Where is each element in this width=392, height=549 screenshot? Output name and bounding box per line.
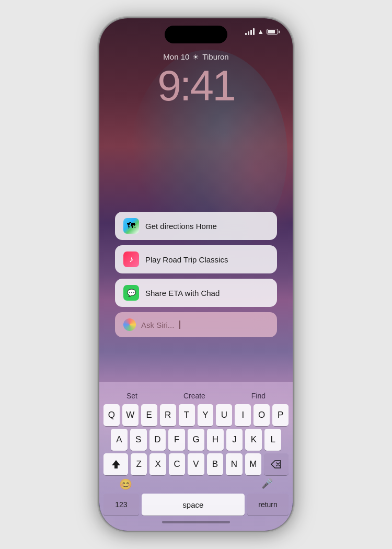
- signal-bar-2: [248, 31, 249, 35]
- key-u[interactable]: U: [216, 404, 232, 426]
- key-f[interactable]: F: [168, 429, 185, 451]
- shift-icon: [111, 459, 121, 470]
- lock-date: Mon 10: [163, 52, 189, 61]
- key-w[interactable]: W: [122, 404, 139, 426]
- key-b[interactable]: B: [207, 453, 223, 475]
- suggestion-messages-text: Share ETA with Chad: [145, 289, 220, 298]
- signal-bars: [245, 28, 255, 35]
- suggestion-music-text: Play Road Trip Classics: [145, 255, 228, 264]
- signal-bar-4: [253, 28, 255, 35]
- key-row-1: Q W E R T Y U I O P: [103, 404, 289, 426]
- weather-icon: ☀: [192, 53, 199, 61]
- keyboard-area: Set Create Find Q W E R T Y U I O P A S: [99, 382, 293, 531]
- siri-suggestions: 🗺 Get directions Home ♪ Play Road Trip C…: [115, 212, 277, 337]
- keyboard-bottom-icons: 😊 🎤: [103, 478, 289, 490]
- suggestion-directions-text: Get directions Home: [145, 222, 217, 231]
- siri-input-bar[interactable]: Ask Siri...: [115, 312, 277, 337]
- key-i[interactable]: I: [235, 404, 251, 426]
- suggestion-set[interactable]: Set: [116, 390, 148, 402]
- key-s[interactable]: S: [130, 429, 147, 451]
- key-c[interactable]: C: [169, 453, 185, 475]
- lock-location: Tiburon: [202, 52, 228, 61]
- wifi-icon: ▲: [257, 28, 264, 36]
- lock-time: 9:41: [99, 64, 293, 107]
- key-m[interactable]: M: [245, 453, 261, 475]
- key-h[interactable]: H: [207, 429, 224, 451]
- signal-bar-3: [250, 30, 252, 35]
- key-j[interactable]: J: [226, 429, 243, 451]
- key-e[interactable]: E: [141, 404, 157, 426]
- key-a[interactable]: A: [111, 429, 128, 451]
- key-x[interactable]: X: [149, 453, 166, 475]
- screen: ▲ Mon 10 ☀ Tiburon 9:41 🗺 Get directions…: [99, 18, 293, 531]
- suggestion-music[interactable]: ♪ Play Road Trip Classics: [115, 245, 277, 273]
- battery-fill: [268, 30, 275, 33]
- suggestion-messages[interactable]: 💬 Share ETA with Chad: [115, 279, 277, 307]
- key-o[interactable]: O: [253, 404, 270, 426]
- dynamic-island: [165, 26, 227, 43]
- key-k[interactable]: K: [245, 429, 262, 451]
- messages-icon: 💬: [123, 285, 139, 301]
- phone-frame: ▲ Mon 10 ☀ Tiburon 9:41 🗺 Get directions…: [99, 18, 293, 531]
- key-space[interactable]: space: [142, 494, 245, 516]
- key-123[interactable]: 123: [103, 494, 139, 516]
- key-shift[interactable]: [103, 453, 128, 475]
- suggestion-find[interactable]: Find: [241, 390, 276, 402]
- siri-placeholder: Ask Siri...: [141, 321, 174, 329]
- key-row-2: A S D F G H J K L: [103, 429, 289, 451]
- key-y[interactable]: Y: [198, 404, 214, 426]
- key-v[interactable]: V: [188, 453, 204, 475]
- key-return[interactable]: return: [247, 494, 289, 516]
- suggestion-create[interactable]: Create: [173, 390, 216, 402]
- emoji-icon[interactable]: 😊: [119, 478, 132, 490]
- music-icon: ♪: [123, 251, 139, 267]
- siri-cursor: [179, 321, 180, 329]
- key-r[interactable]: R: [160, 404, 176, 426]
- siri-orb: [123, 318, 136, 331]
- key-l[interactable]: L: [264, 429, 281, 451]
- lock-info: Mon 10 ☀ Tiburon 9:41: [99, 52, 293, 107]
- mic-icon[interactable]: 🎤: [261, 478, 273, 490]
- key-z[interactable]: Z: [131, 453, 147, 475]
- key-q[interactable]: Q: [103, 404, 120, 426]
- lock-date-weather: Mon 10 ☀ Tiburon: [99, 52, 293, 61]
- key-row-4: 123 space return: [103, 494, 289, 516]
- home-indicator: [162, 521, 230, 523]
- backspace-icon: [271, 460, 281, 468]
- maps-icon: 🗺: [123, 218, 139, 234]
- key-row-3: Z X C V B N M: [103, 453, 289, 475]
- key-g[interactable]: G: [188, 429, 204, 451]
- suggestion-directions[interactable]: 🗺 Get directions Home: [115, 212, 277, 240]
- signal-bar-1: [245, 33, 247, 35]
- key-n[interactable]: N: [226, 453, 242, 475]
- key-p[interactable]: P: [272, 404, 289, 426]
- battery-icon: [267, 29, 278, 35]
- keyboard-suggestions: Set Create Find: [103, 385, 289, 404]
- key-backspace[interactable]: [264, 453, 289, 475]
- status-right: ▲: [245, 28, 278, 36]
- key-d[interactable]: D: [149, 429, 166, 451]
- key-t[interactable]: T: [179, 404, 195, 426]
